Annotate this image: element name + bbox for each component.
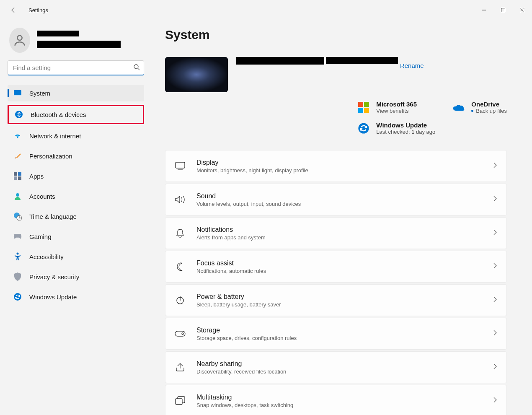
- svg-point-15: [359, 123, 369, 133]
- sound-icon: [175, 194, 186, 205]
- sidebar-item-update[interactable]: Windows Update: [8, 288, 144, 305]
- sync-icon: [357, 122, 370, 135]
- page-title: System: [165, 28, 507, 42]
- power-icon: [175, 295, 186, 306]
- sidebar-item-label: Apps: [29, 173, 44, 180]
- card-desc: Alerts from apps and system: [196, 234, 266, 241]
- svg-rect-0: [501, 8, 505, 12]
- maximize-button[interactable]: [493, 3, 513, 17]
- card-title: Display: [196, 159, 308, 166]
- titlebar: Settings: [0, 0, 532, 20]
- microsoft365-icon: [357, 101, 370, 114]
- sidebar-item-network[interactable]: Network & internet: [8, 127, 144, 144]
- card-desc: Monitors, brightness, night light, displ…: [196, 167, 308, 174]
- card-desc: Storage space, drives, configuration rul…: [196, 335, 297, 341]
- clock-globe-icon: [13, 212, 22, 220]
- tile-windows-update[interactable]: Windows Update Last checked: 1 day ago: [357, 122, 435, 135]
- sidebar-item-label: Accessibility: [29, 253, 64, 260]
- sidebar-item-label: Bluetooth & devices: [31, 111, 86, 118]
- app-title: Settings: [28, 7, 48, 13]
- setting-card-sound[interactable]: SoundVolume levels, output, input, sound…: [165, 184, 507, 215]
- profile-email-redacted: [37, 41, 121, 48]
- system-icon: [13, 89, 22, 97]
- svg-rect-7: [18, 172, 21, 176]
- svg-rect-8: [14, 176, 17, 180]
- search-box: [8, 60, 144, 75]
- account-icon: [13, 192, 22, 200]
- close-button[interactable]: [513, 3, 532, 17]
- tile-onedrive[interactable]: OneDrive Back up files: [452, 101, 507, 114]
- sidebar-item-accessibility[interactable]: Accessibility: [8, 248, 144, 265]
- sidebar-item-accounts[interactable]: Accounts: [8, 188, 144, 205]
- setting-card-focus[interactable]: Focus assistNotifications, automatic rul…: [165, 251, 507, 283]
- setting-card-power[interactable]: Power & batterySleep, battery usage, bat…: [165, 284, 507, 316]
- moon-icon: [175, 261, 186, 272]
- svg-rect-3: [14, 90, 21, 95]
- sidebar-item-system[interactable]: System: [8, 85, 144, 101]
- chevron-right-icon: [493, 363, 497, 371]
- sidebar-item-privacy[interactable]: Privacy & security: [8, 268, 144, 285]
- setting-card-notifications[interactable]: NotificationsAlerts from apps and system: [165, 217, 507, 249]
- avatar: [9, 28, 30, 53]
- rename-link[interactable]: Rename: [400, 62, 424, 69]
- content-pane: System Rename Microsoft 365 View benefit…: [151, 20, 532, 415]
- sidebar-item-label: Personalization: [29, 153, 72, 160]
- setting-card-nearby-sharing[interactable]: Nearby sharingDiscoverability, received …: [165, 351, 507, 383]
- device-info: Rename: [236, 57, 424, 70]
- sidebar-item-label: Network & internet: [29, 132, 81, 140]
- sidebar-item-label: Accounts: [29, 193, 55, 200]
- card-desc: Notifications, automatic rules: [196, 268, 266, 274]
- minimize-button[interactable]: [474, 3, 493, 17]
- sidebar-item-bluetooth[interactable]: Bluetooth & devices: [9, 106, 145, 123]
- setting-card-multitasking[interactable]: MultitaskingSnap windows, desktops, task…: [165, 385, 507, 415]
- paintbrush-icon: [13, 152, 22, 160]
- svg-rect-16: [176, 162, 185, 168]
- sidebar-item-gaming[interactable]: Gaming: [8, 228, 144, 245]
- svg-point-2: [134, 65, 138, 69]
- sidebar-item-label: Privacy & security: [29, 273, 79, 280]
- card-title: Multitasking: [196, 394, 293, 401]
- tile-title: Microsoft 365: [376, 101, 417, 108]
- sidebar-item-label: Time & language: [29, 213, 77, 220]
- chevron-right-icon: [493, 397, 497, 405]
- svg-point-19: [182, 333, 183, 335]
- device-wallpaper: [165, 57, 228, 92]
- sidebar-item-personalization[interactable]: Personalization: [8, 148, 144, 164]
- chevron-right-icon: [493, 262, 497, 271]
- svg-rect-4: [14, 95, 21, 96]
- card-desc: Snap windows, desktops, task switching: [196, 402, 293, 408]
- gamepad-icon: [13, 232, 22, 241]
- sidebar: System Bluetooth & devices Network & int…: [0, 20, 151, 415]
- profile-block[interactable]: [9, 28, 142, 53]
- chevron-right-icon: [493, 229, 497, 237]
- storage-icon: [175, 328, 186, 339]
- highlight-annotation: Bluetooth & devices: [8, 105, 144, 124]
- onedrive-icon: [452, 101, 465, 114]
- svg-point-1: [17, 36, 22, 40]
- setting-card-storage[interactable]: StorageStorage space, drives, configurat…: [165, 318, 507, 350]
- tile-microsoft365[interactable]: Microsoft 365 View benefits: [357, 101, 435, 114]
- sidebar-item-time[interactable]: Time & language: [8, 208, 144, 225]
- sidebar-item-label: Windows Update: [29, 293, 77, 301]
- search-input[interactable]: [8, 60, 144, 75]
- card-desc: Volume levels, output, input, sound devi…: [196, 201, 301, 207]
- sync-icon: [13, 293, 22, 301]
- share-icon: [175, 362, 186, 373]
- tile-title: OneDrive: [471, 101, 507, 108]
- setting-card-display[interactable]: DisplayMonitors, brightness, night light…: [165, 150, 507, 182]
- attention-dot: [471, 110, 473, 112]
- bluetooth-icon: [15, 110, 23, 119]
- card-title: Notifications: [196, 226, 266, 233]
- settings-list: DisplayMonitors, brightness, night light…: [165, 150, 507, 415]
- svg-point-14: [14, 293, 21, 301]
- tile-title: Windows Update: [376, 122, 435, 129]
- card-title: Focus assist: [196, 259, 266, 267]
- card-title: Storage: [196, 327, 297, 334]
- svg-rect-20: [176, 399, 182, 405]
- multitasking-icon: [175, 395, 186, 406]
- sidebar-item-apps[interactable]: Apps: [8, 168, 144, 184]
- accessibility-icon: [13, 252, 22, 261]
- bell-icon: [175, 228, 186, 239]
- shield-icon: [13, 272, 22, 281]
- back-button[interactable]: [7, 3, 20, 17]
